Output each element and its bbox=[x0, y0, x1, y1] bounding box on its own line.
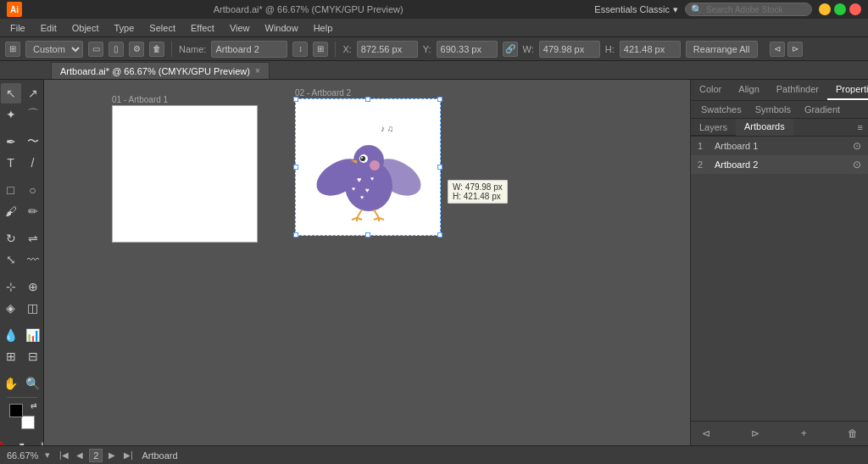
handle-ml[interactable] bbox=[293, 165, 298, 170]
last-artboard-btn[interactable]: ▶| bbox=[121, 449, 135, 462]
shape-builder-tool[interactable]: ⊕ bbox=[23, 277, 43, 297]
color-btn[interactable]: ■ bbox=[12, 434, 32, 445]
artboard-options-icon[interactable]: ⚙ bbox=[129, 42, 144, 57]
none-color-btn[interactable]: ⊘ bbox=[0, 434, 9, 445]
handle-tr[interactable] bbox=[437, 97, 442, 102]
search-input[interactable] bbox=[706, 5, 806, 14]
menu-edit[interactable]: Edit bbox=[34, 21, 64, 35]
free-transform-tool[interactable]: ⊹ bbox=[1, 277, 21, 297]
graph-tool[interactable]: 📊 bbox=[23, 325, 43, 345]
layers-tab[interactable]: Layers bbox=[691, 120, 736, 136]
foreground-color-swatch[interactable] bbox=[9, 404, 23, 417]
magic-wand-tool[interactable]: ✦ bbox=[1, 104, 21, 125]
menu-file[interactable]: File bbox=[3, 21, 32, 35]
paintbrush-tool[interactable]: 🖌 bbox=[1, 201, 21, 221]
ellipse-tool[interactable]: ○ bbox=[23, 180, 43, 200]
maximize-button[interactable]: + bbox=[834, 3, 846, 15]
panel-prev-btn[interactable]: ⊲ bbox=[698, 425, 715, 442]
handle-bc[interactable] bbox=[365, 232, 370, 238]
artboard-tool-icon[interactable]: ⊞ bbox=[5, 42, 20, 57]
rotate-tool[interactable]: ↻ bbox=[1, 228, 21, 249]
rectangle-tool[interactable]: □ bbox=[1, 180, 21, 200]
minimize-button[interactable]: − bbox=[819, 3, 831, 15]
hand-tool[interactable]: ✋ bbox=[1, 373, 21, 394]
pencil-tool[interactable]: ✏ bbox=[23, 201, 43, 221]
menu-window[interactable]: Window bbox=[259, 21, 305, 35]
next-artboard-btn[interactable]: ▶ bbox=[105, 449, 119, 462]
handle-tc[interactable] bbox=[365, 97, 370, 102]
move-artboard-icon[interactable]: ↕ bbox=[292, 42, 308, 57]
selection-tool[interactable]: ↖ bbox=[1, 83, 21, 103]
prev-artboard-btn[interactable]: ◀ bbox=[73, 449, 86, 462]
menu-type[interactable]: Type bbox=[108, 21, 142, 35]
panel-next-btn[interactable]: ⊳ bbox=[747, 425, 764, 442]
current-artboard-indicator[interactable]: 2 bbox=[89, 449, 103, 462]
delete-artboard-icon[interactable]: 🗑 bbox=[149, 42, 164, 57]
subtab-gradient[interactable]: Gradient bbox=[798, 101, 847, 118]
panel-section-menu[interactable]: ≡ bbox=[853, 120, 868, 134]
h-input[interactable] bbox=[620, 41, 681, 58]
gradient-color-btn[interactable]: ▦ bbox=[35, 434, 45, 445]
artboards-tab[interactable]: Artboards bbox=[736, 119, 793, 136]
eyedropper-tool[interactable]: 💧 bbox=[1, 325, 21, 345]
handle-bl[interactable] bbox=[293, 232, 298, 238]
zoom-chevron[interactable]: ▾ bbox=[45, 450, 50, 461]
rearrange-all-button[interactable]: Rearrange All bbox=[686, 41, 758, 58]
handle-tl[interactable] bbox=[293, 97, 298, 102]
artboard-row-2[interactable]: 2 Artboard 2 ⊙ bbox=[691, 155, 868, 174]
tab-close-button[interactable]: × bbox=[255, 66, 260, 75]
first-artboard-btn[interactable]: |◀ bbox=[57, 449, 70, 462]
menu-help[interactable]: Help bbox=[307, 21, 340, 35]
pen-tool[interactable]: ✒ bbox=[1, 131, 21, 152]
type-tool[interactable]: T bbox=[1, 153, 21, 173]
artboard-2-icon: ⊙ bbox=[853, 159, 861, 171]
background-color-swatch[interactable] bbox=[21, 416, 35, 429]
y-input[interactable] bbox=[437, 41, 498, 58]
menu-select[interactable]: Select bbox=[142, 21, 182, 35]
tab-color[interactable]: Color bbox=[691, 80, 730, 100]
paint-bucket-tool[interactable]: ◈ bbox=[1, 298, 21, 318]
slice-tool[interactable]: ⊟ bbox=[23, 346, 43, 366]
close-button[interactable]: × bbox=[849, 3, 861, 15]
artboard2[interactable]: ♪ ♫ bbox=[295, 98, 441, 236]
constrain-icon[interactable]: 🔗 bbox=[503, 42, 518, 57]
prev-artboard-icon[interactable]: ⊲ bbox=[770, 42, 785, 57]
panel-add-btn[interactable]: + bbox=[795, 425, 812, 442]
handle-br[interactable] bbox=[437, 232, 442, 238]
x-input[interactable] bbox=[357, 41, 418, 58]
preset-select[interactable]: Custom bbox=[25, 41, 83, 58]
grid-icon[interactable]: ⊞ bbox=[313, 42, 328, 57]
swap-colors-icon[interactable]: ⇄ bbox=[31, 401, 37, 410]
next-artboard-icon[interactable]: ⊳ bbox=[787, 42, 803, 57]
warp-tool[interactable]: 〰 bbox=[23, 249, 43, 270]
tab-pathfinder[interactable]: Pathfinder bbox=[768, 80, 827, 100]
document-tab[interactable]: Artboard.ai* @ 66.67% (CMYK/GPU Preview)… bbox=[51, 62, 270, 79]
reflect-tool[interactable]: ⇌ bbox=[23, 228, 43, 249]
artboard-row-1[interactable]: 1 Artboard 1 ⊙ bbox=[691, 137, 868, 155]
menu-object[interactable]: Object bbox=[65, 21, 106, 35]
artboard-tool[interactable]: ⊞ bbox=[1, 346, 21, 366]
handle-mr[interactable] bbox=[437, 165, 442, 170]
panel-delete-btn[interactable]: 🗑 bbox=[844, 425, 861, 442]
artboard-name-input[interactable] bbox=[211, 41, 287, 58]
tab-align[interactable]: Align bbox=[730, 80, 767, 100]
curvature-tool[interactable]: 〜 bbox=[23, 131, 43, 152]
search-bar[interactable]: 🔍 bbox=[685, 3, 812, 16]
lasso-tool[interactable]: ⌒ bbox=[23, 104, 43, 125]
menu-effect[interactable]: Effect bbox=[184, 21, 221, 35]
tab-properties[interactable]: Properties bbox=[827, 80, 868, 100]
width-tool[interactable]: ⤡ bbox=[1, 249, 21, 270]
direct-selection-tool[interactable]: ↗ bbox=[23, 83, 43, 103]
canvas-area[interactable]: 01 - Artboard 1 02 - Artboard 2 ♪ ♫ bbox=[44, 80, 690, 445]
portrait-icon[interactable]: ▯ bbox=[108, 42, 124, 57]
subtab-symbols[interactable]: Symbols bbox=[748, 101, 798, 118]
menu-view[interactable]: View bbox=[223, 21, 257, 35]
subtab-swatches[interactable]: Swatches bbox=[694, 101, 748, 118]
workspace-selector[interactable]: Essentials Classic ▾ bbox=[594, 4, 678, 15]
line-tool[interactable]: / bbox=[23, 153, 43, 173]
landscape-icon[interactable]: ▭ bbox=[88, 42, 103, 57]
artboard1[interactable] bbox=[112, 105, 258, 243]
w-input[interactable] bbox=[539, 41, 600, 58]
zoom-tool[interactable]: 🔍 bbox=[23, 373, 43, 394]
gradient-tool[interactable]: ◫ bbox=[23, 298, 43, 318]
